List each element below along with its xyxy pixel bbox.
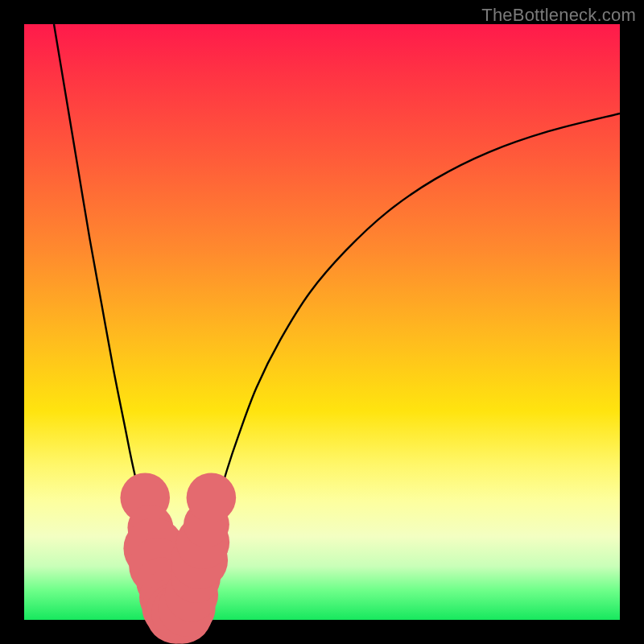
marker-group <box>120 473 236 644</box>
right-curve <box>188 114 621 613</box>
watermark-text: TheBottleneck.com <box>481 5 636 26</box>
outer-frame: TheBottleneck.com <box>0 0 644 644</box>
marker-dot <box>187 473 237 523</box>
plot-area <box>24 24 620 620</box>
curve-layer <box>24 24 620 620</box>
